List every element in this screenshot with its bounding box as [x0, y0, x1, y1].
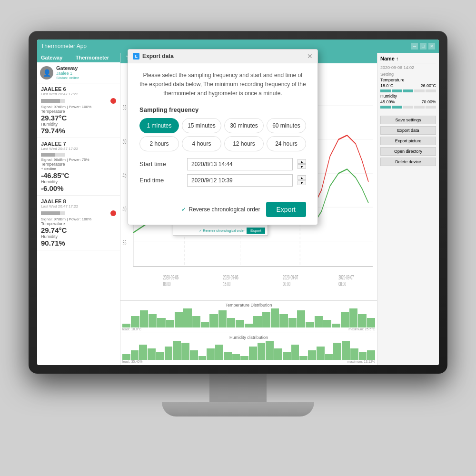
freq-grid: 1 minutes 15 minutes 30 minutes 60 minut…: [139, 118, 306, 151]
device-last-seen-8: Last Wed 20:47 17:22: [41, 204, 116, 208]
status-dot-8: [110, 210, 116, 216]
svg-text:00:00: 00:00: [283, 280, 290, 287]
save-settings-button[interactable]: Save settings: [380, 116, 436, 124]
start-time-down[interactable]: ▼: [298, 164, 306, 169]
device-temp-8: 29.74°C: [41, 226, 116, 234]
freq-4h[interactable]: 4 hours: [182, 136, 221, 151]
export-picture-button[interactable]: Export picture: [380, 137, 436, 145]
device-trend-7: + decline: [41, 167, 116, 171]
device-card-7[interactable]: JAALEE 7 Last Wed 20:47 17:22 Signal: 96…: [37, 138, 120, 196]
sampling-freq-label: Sampling frequency: [139, 106, 306, 113]
svg-text:40: 40: [122, 206, 126, 213]
device-card-6[interactable]: JAALEE 6 Last Wed 20:47 17:22 Signal: 97…: [37, 83, 120, 138]
start-time-spinner: ▲ ▼: [298, 159, 306, 169]
temp-dist-range: least: 18.0°C maximum: 25.5°C: [122, 327, 375, 331]
status-badge: Status: online: [56, 76, 79, 80]
freq-12h[interactable]: 12 hours: [224, 136, 264, 151]
device-last-seen-6: Last Wed 20:47 17:22: [41, 92, 116, 96]
eds-export-button[interactable]: Export: [247, 228, 265, 234]
dialog-close-button[interactable]: ✕: [307, 52, 313, 60]
svg-text:35: 35: [122, 239, 126, 247]
svg-text:45: 45: [122, 171, 126, 178]
svg-text:2020-09-07: 2020-09-07: [338, 274, 354, 280]
device-temp-7: -46.85°C: [41, 171, 116, 179]
dialog-titlebar: E Export data ✕: [128, 50, 317, 63]
gateway-sub: Jaalee 1: [56, 71, 79, 76]
window-controls: ─ □ ✕: [411, 43, 435, 50]
hum-dist-label: Humidity distribution: [122, 335, 375, 340]
svg-text:2020-09-06: 2020-09-06: [163, 274, 178, 280]
svg-text:50: 50: [122, 138, 126, 145]
reverse-label: Reverse chronological order: [188, 206, 260, 213]
freq-1min[interactable]: 1 minutes: [139, 118, 179, 133]
check-icon: ✓: [181, 206, 186, 213]
dialog-footer: ✓ Reverse chronological order Export: [128, 198, 317, 225]
end-time-spinner: ▲ ▼: [298, 175, 306, 185]
delete-device-button[interactable]: Delete device: [380, 158, 436, 166]
svg-text:08:00: 08:00: [338, 280, 346, 287]
start-time-up[interactable]: ▲: [298, 159, 306, 164]
sidebar-top: 👤 Gateway Jaalee 1 Status: online: [37, 62, 120, 83]
end-time-label: End time: [139, 177, 182, 184]
device-temp-6: 29.37°C: [41, 114, 116, 122]
right-panel: Name ↑ 2020-09-06 14:02 Setting Temperat…: [377, 53, 439, 365]
freq-60min[interactable]: 60 minutes: [267, 118, 306, 133]
end-time-down[interactable]: ▼: [298, 180, 306, 185]
rp-setting-label: Setting: [380, 72, 436, 77]
sidebar-header: Gateway Thermometer: [37, 53, 120, 62]
export-data-button[interactable]: Export data: [380, 126, 436, 135]
avatar-icon: 👤: [40, 66, 53, 79]
monitor-bezel: Thermometer App ─ □ ✕ Gateway Thermom: [29, 31, 447, 374]
device-name-6: JAALEE 6: [41, 86, 116, 92]
rp-date: 2020-09-06 14:02: [380, 65, 436, 70]
dialog-body: Please select the sampling frequency and…: [128, 63, 317, 198]
close-button[interactable]: ✕: [428, 43, 435, 50]
minimize-button[interactable]: ─: [411, 43, 418, 50]
temp-dist-bars: [122, 308, 375, 327]
device-card-8[interactable]: JAALEE 8 Last Wed 20:47 17:22 Signal: 97…: [37, 196, 120, 250]
device-name-8: JAALEE 8: [41, 198, 116, 204]
svg-text:55: 55: [122, 104, 126, 111]
monitor-screen: Thermometer App ─ □ ✕ Gateway Thermom: [37, 40, 439, 365]
freq-30min[interactable]: 30 minutes: [224, 118, 264, 133]
maximize-button[interactable]: □: [420, 43, 426, 50]
rp-temp-bar: [380, 89, 436, 92]
monitor: Thermometer App ─ □ ✕ Gateway Thermom: [29, 31, 447, 445]
app-container: Thermometer App ─ □ ✕ Gateway Thermom: [37, 40, 439, 365]
freq-24h[interactable]: 24 hours: [267, 136, 306, 151]
hum-dist-bars: [122, 341, 375, 360]
freq-2h[interactable]: 2 hours: [139, 136, 179, 151]
device-hum-8: 90.71%: [41, 239, 116, 247]
temp-dist-section: Temperature Distribution: [120, 300, 377, 333]
device-last-seen-7: Last Wed 20:47 17:22: [41, 147, 116, 151]
hum-dist-range: least: 35.40% maximum: 13.12%: [122, 360, 375, 363]
svg-text:2020-09-06: 2020-09-06: [223, 274, 238, 280]
end-time-up[interactable]: ▲: [298, 175, 306, 180]
open-directory-button[interactable]: Open directory: [380, 147, 436, 156]
device-signal-8: Signal: 97dBm | Power: 100%: [41, 217, 116, 221]
start-time-label: Start time: [139, 160, 182, 168]
signal-bar-6: [41, 99, 65, 103]
eds-reverse-label: ✓ Reverse chronological order: [199, 229, 245, 233]
monitor-stand-neck: [209, 374, 267, 402]
temp-dist-label: Temperature Distribution: [122, 303, 375, 307]
end-time-input[interactable]: [187, 174, 293, 187]
monitor-stand-base: [162, 402, 314, 416]
rp-name-label: Name ↑: [380, 56, 436, 63]
signal-bar-8: [41, 211, 65, 215]
device-name-7: JAALEE 7: [41, 141, 116, 147]
gateway-label: Gateway: [56, 65, 79, 71]
svg-text:08:00: 08:00: [163, 280, 171, 287]
export-button[interactable]: Export: [266, 202, 306, 217]
svg-text:16:00: 16:00: [223, 280, 231, 287]
device-hum-6: 79.74%: [41, 127, 116, 135]
start-time-input[interactable]: [187, 158, 293, 170]
sidebar: Gateway Thermometer 👤 Gateway Jaalee 1 S…: [37, 53, 120, 365]
app-title: Thermometer App: [41, 43, 87, 50]
time-section: Start time ▲ ▼ End time: [139, 158, 306, 187]
signal-bar-7: [41, 153, 65, 157]
freq-15min[interactable]: 15 minutes: [182, 118, 221, 133]
svg-text:2020-09-07: 2020-09-07: [283, 274, 298, 280]
dialog-title: E Export data: [133, 53, 174, 60]
device-signal-6: Signal: 97dBm | Power: 100%: [41, 105, 116, 109]
